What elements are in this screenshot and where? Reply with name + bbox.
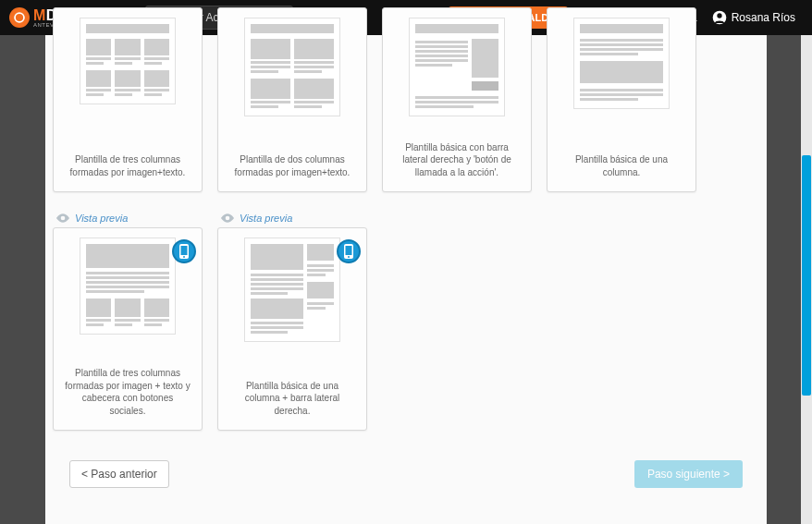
template-caption: Plantilla de tres columnas formadas por … — [61, 367, 194, 417]
template-card[interactable]: Plantilla de dos columnas formadas por i… — [217, 7, 367, 192]
svg-point-6 — [183, 256, 185, 258]
eye-icon — [221, 213, 234, 223]
template-thumb — [409, 18, 505, 116]
brand-icon — [9, 7, 30, 28]
svg-rect-8 — [346, 246, 352, 255]
template-caption: Plantilla de tres columnas formadas por … — [61, 153, 194, 178]
template-card[interactable]: Plantilla de tres columnas formadas por … — [53, 227, 203, 431]
mobile-badge — [337, 239, 361, 263]
content-panel: Plantilla de tres columnas formadas por … — [45, 35, 767, 524]
template-grid-row2: Vista previa Plant — [53, 207, 759, 445]
preview-link[interactable]: Vista previa — [217, 207, 367, 227]
template-caption: Plantilla de dos columnas formadas por i… — [226, 153, 359, 178]
phone-icon — [344, 244, 353, 259]
template-thumb — [244, 238, 340, 342]
template-thumb — [80, 238, 176, 335]
prev-step-button[interactable]: < Paso anterior — [69, 460, 169, 488]
preview-label: Vista previa — [240, 213, 292, 224]
mobile-badge — [172, 239, 196, 263]
template-caption: Plantilla básica de una columna + barra … — [226, 380, 359, 418]
preview-label: Vista previa — [75, 213, 128, 224]
phone-icon — [179, 244, 189, 259]
template-card[interactable]: Plantilla básica de una columna. — [547, 7, 696, 192]
template-thumb — [80, 18, 176, 104]
template-card[interactable]: Plantilla básica de una columna + barra … — [217, 227, 367, 431]
next-step-button[interactable]: Paso siguiente > — [634, 460, 743, 488]
template-card[interactable]: Plantilla de tres columnas formadas por … — [53, 7, 203, 192]
svg-rect-5 — [181, 246, 188, 255]
preview-link[interactable]: Vista previa — [53, 207, 203, 227]
page-body: Plantilla de tres columnas formadas por … — [0, 35, 812, 524]
scrollbar[interactable] — [801, 35, 812, 524]
template-caption: Plantilla básica de una columna. — [555, 153, 688, 178]
template-thumb — [573, 18, 670, 109]
template-grid-row1: Plantilla de tres columnas formadas por … — [53, 7, 759, 207]
template-caption: Plantilla básica con barra lateral derec… — [390, 141, 523, 179]
wizard-footer: < Paso anterior Paso siguiente > — [53, 445, 759, 488]
svg-point-9 — [348, 256, 350, 258]
scrollbar-thumb[interactable] — [802, 155, 811, 396]
template-thumb — [244, 18, 340, 116]
eye-icon — [56, 213, 69, 223]
template-card[interactable]: Plantilla básica con barra lateral derec… — [382, 7, 532, 192]
